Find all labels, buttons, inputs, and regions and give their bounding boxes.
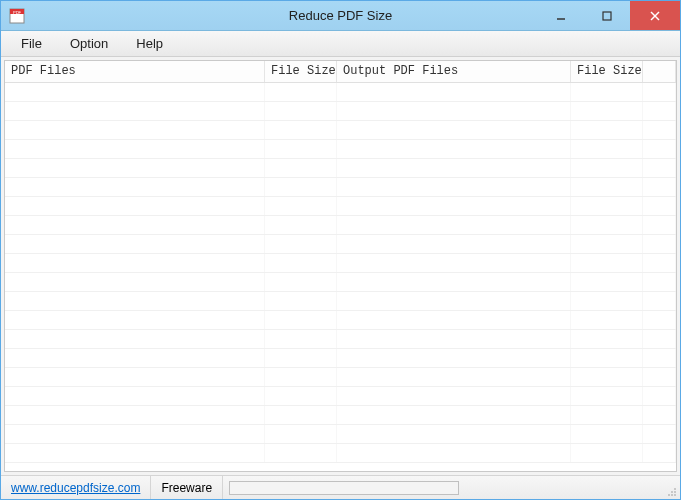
table-row[interactable] [5,140,676,159]
col-spacer [643,61,676,82]
table-row[interactable] [5,121,676,140]
table-row[interactable] [5,387,676,406]
table-row[interactable] [5,425,676,444]
progress-bar [229,481,459,495]
menu-option[interactable]: Option [56,33,122,54]
table-row[interactable] [5,406,676,425]
content-area: PDF Files File Size Output PDF Files Fil… [1,57,680,475]
svg-point-7 [674,494,676,496]
table-header: PDF Files File Size Output PDF Files Fil… [5,61,676,83]
col-output-file-size[interactable]: File Size [571,61,643,82]
status-license: Freeware [151,476,223,499]
table-row[interactable] [5,159,676,178]
col-pdf-files[interactable]: PDF Files [5,61,265,82]
table-row[interactable] [5,216,676,235]
table-body[interactable] [5,83,676,463]
statusbar: www.reducepdfsize.com Freeware [1,475,680,499]
table-row[interactable] [5,349,676,368]
table-row[interactable] [5,444,676,463]
svg-point-12 [674,488,676,490]
file-table[interactable]: PDF Files File Size Output PDF Files Fil… [4,60,677,472]
svg-rect-4 [603,12,611,20]
table-row[interactable] [5,330,676,349]
table-row[interactable] [5,254,676,273]
table-row[interactable] [5,235,676,254]
table-row[interactable] [5,178,676,197]
svg-point-8 [671,494,673,496]
table-row[interactable] [5,197,676,216]
minimize-button[interactable] [538,1,584,30]
app-window: PDF Reduce PDF Size File Option Help PDF… [0,0,681,500]
table-row[interactable] [5,292,676,311]
website-link[interactable]: www.reducepdfsize.com [11,481,140,495]
table-row[interactable] [5,83,676,102]
resize-grip-icon[interactable] [662,476,680,499]
menubar: File Option Help [1,31,680,57]
col-file-size[interactable]: File Size [265,61,337,82]
table-row[interactable] [5,273,676,292]
app-pdf-icon: PDF [9,8,25,24]
svg-point-9 [674,491,676,493]
table-row[interactable] [5,368,676,387]
status-link-cell: www.reducepdfsize.com [1,476,151,499]
window-controls [538,1,680,30]
svg-text:PDF: PDF [13,9,22,14]
maximize-button[interactable] [584,1,630,30]
svg-point-10 [668,494,670,496]
close-button[interactable] [630,1,680,30]
table-row[interactable] [5,102,676,121]
menu-file[interactable]: File [7,33,56,54]
menu-help[interactable]: Help [122,33,177,54]
col-output-pdf-files[interactable]: Output PDF Files [337,61,571,82]
titlebar[interactable]: PDF Reduce PDF Size [1,1,680,31]
svg-point-11 [671,491,673,493]
table-row[interactable] [5,311,676,330]
